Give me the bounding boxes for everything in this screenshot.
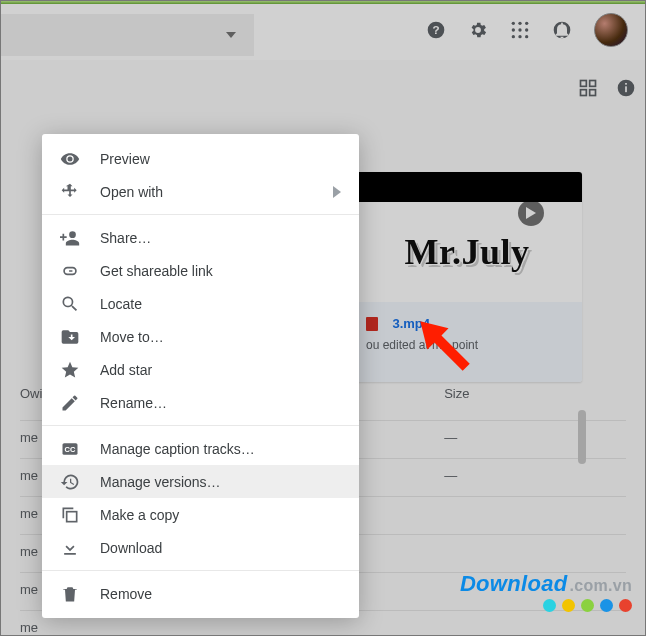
svg-point-7 xyxy=(525,28,528,31)
eye-icon xyxy=(60,149,80,169)
menu-item-share[interactable]: Share… xyxy=(42,221,359,254)
download-icon xyxy=(60,538,80,558)
settings-icon[interactable] xyxy=(468,20,488,40)
menu-item-manage-versions[interactable]: Manage versions… xyxy=(42,465,359,498)
menu-label: Move to… xyxy=(100,329,341,345)
watermark: Download.com.vn xyxy=(460,571,632,612)
dot-icon xyxy=(581,599,594,612)
context-menu: Preview Open with Share… Get shareable l… xyxy=(42,134,359,618)
svg-point-10 xyxy=(525,35,528,38)
menu-label: Remove xyxy=(100,586,341,602)
folder-move-icon xyxy=(60,327,80,347)
menu-item-move-to[interactable]: Move to… xyxy=(42,320,359,353)
captions-icon: CC xyxy=(60,439,80,459)
menu-separator xyxy=(42,425,359,426)
view-controls xyxy=(578,78,636,98)
menu-label: Get shareable link xyxy=(100,263,341,279)
menu-item-preview[interactable]: Preview xyxy=(42,142,359,175)
menu-separator xyxy=(42,214,359,215)
svg-text:CC: CC xyxy=(65,445,76,454)
video-file-icon xyxy=(366,317,378,331)
svg-rect-15 xyxy=(590,90,596,96)
search-box[interactable] xyxy=(0,14,254,56)
apps-icon[interactable] xyxy=(510,20,530,40)
watermark-text: Download.com.vn xyxy=(460,571,632,597)
menu-item-rename[interactable]: Rename… xyxy=(42,386,359,419)
menu-label: Download xyxy=(100,540,341,556)
svg-text:?: ? xyxy=(432,23,439,36)
info-icon[interactable] xyxy=(616,78,636,98)
menu-item-locate[interactable]: Locate xyxy=(42,287,359,320)
move-icon xyxy=(60,182,80,202)
svg-rect-12 xyxy=(581,81,587,87)
app-screenshot: ? Mr.July xyxy=(0,0,646,636)
svg-point-5 xyxy=(512,28,515,31)
menu-label: Add star xyxy=(100,362,341,378)
person-add-icon xyxy=(60,228,80,248)
svg-point-9 xyxy=(518,35,521,38)
menu-item-download[interactable]: Download xyxy=(42,531,359,564)
link-icon xyxy=(60,261,80,281)
callout-arrow xyxy=(405,306,485,386)
menu-label: Manage versions… xyxy=(100,474,341,490)
history-icon xyxy=(60,472,80,492)
chevron-right-icon xyxy=(333,186,341,198)
dot-icon xyxy=(600,599,613,612)
svg-point-4 xyxy=(525,22,528,25)
help-icon[interactable]: ? xyxy=(426,20,446,40)
menu-item-open-with[interactable]: Open with xyxy=(42,175,359,208)
copy-icon xyxy=(60,505,80,525)
dot-icon xyxy=(562,599,575,612)
menu-item-make-copy[interactable]: Make a copy xyxy=(42,498,359,531)
menu-separator xyxy=(42,570,359,571)
play-icon[interactable] xyxy=(518,200,544,226)
search-icon xyxy=(60,294,80,314)
star-icon xyxy=(60,360,80,380)
svg-rect-13 xyxy=(590,81,596,87)
app-header: ? xyxy=(0,0,646,60)
svg-point-19 xyxy=(69,231,76,238)
menu-label: Rename… xyxy=(100,395,341,411)
grid-view-icon[interactable] xyxy=(578,78,598,98)
svg-point-3 xyxy=(518,22,521,25)
svg-point-2 xyxy=(512,22,515,25)
dot-icon xyxy=(543,599,556,612)
svg-rect-18 xyxy=(625,83,627,85)
edit-icon xyxy=(60,393,80,413)
scrollbar-thumb[interactable] xyxy=(578,410,586,464)
trash-icon xyxy=(60,584,80,604)
menu-item-remove[interactable]: Remove xyxy=(42,577,359,610)
menu-item-caption-tracks[interactable]: CC Manage caption tracks… xyxy=(42,432,359,465)
menu-label: Preview xyxy=(100,151,341,167)
thumb-text: Mr.July xyxy=(404,231,529,273)
svg-point-8 xyxy=(512,35,515,38)
dot-icon xyxy=(619,599,632,612)
dropdown-arrow-icon[interactable] xyxy=(226,32,236,38)
svg-rect-17 xyxy=(625,86,627,92)
menu-label: Locate xyxy=(100,296,341,312)
file-thumbnail: Mr.July xyxy=(352,172,582,302)
menu-item-add-star[interactable]: Add star xyxy=(42,353,359,386)
menu-label: Share… xyxy=(100,230,341,246)
menu-item-get-link[interactable]: Get shareable link xyxy=(42,254,359,287)
col-size: Size xyxy=(444,386,626,401)
menu-label: Manage caption tracks… xyxy=(100,441,341,457)
svg-rect-14 xyxy=(581,90,587,96)
menu-label: Open with xyxy=(100,184,313,200)
watermark-dots xyxy=(460,599,632,612)
header-icons: ? xyxy=(426,0,638,60)
svg-rect-22 xyxy=(67,511,77,521)
user-avatar[interactable] xyxy=(594,13,628,47)
notifications-icon[interactable] xyxy=(552,20,572,40)
svg-point-6 xyxy=(518,28,521,31)
top-accent-bar xyxy=(0,0,646,4)
menu-label: Make a copy xyxy=(100,507,341,523)
